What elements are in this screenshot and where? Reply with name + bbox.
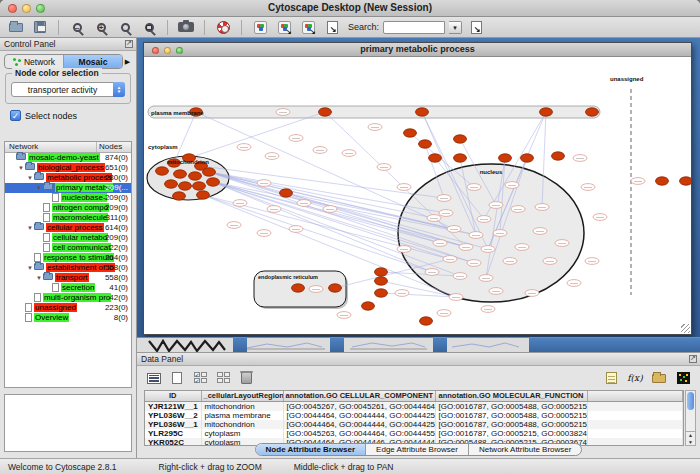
gene-node-outline: [535, 204, 549, 211]
tree-row[interactable]: multi-organism pro42(0): [5, 293, 131, 303]
copy-edge-attributes-button[interactable]: [298, 19, 318, 36]
tree-row[interactable]: nucleobase-209(0): [5, 193, 131, 203]
table-row[interactable]: YLR295Ccytoplasm[GO:0045263, GO:0044464,…: [145, 429, 683, 438]
zoom-in-button[interactable]: +: [91, 19, 111, 36]
gene-node-outline: [337, 312, 351, 319]
float-panel-icon[interactable]: [125, 40, 133, 48]
select-nodes-checkbox[interactable]: ✓: [10, 110, 21, 121]
tab-mosaic[interactable]: Mosaic: [64, 55, 122, 68]
search-input[interactable]: [383, 21, 445, 34]
tree-row[interactable]: ▼transport558(0): [5, 273, 131, 283]
gene-node: [416, 108, 429, 116]
new-attribute-button[interactable]: [168, 370, 186, 387]
help-button[interactable]: [213, 19, 233, 36]
tab-network[interactable]: Network: [5, 55, 64, 68]
tree-row[interactable]: unassigned223(0): [5, 303, 131, 313]
more-tabs-button[interactable]: ▶: [123, 54, 132, 69]
tree-row-label: primary metabo: [55, 183, 113, 192]
camera-icon: [178, 22, 194, 32]
table-row[interactable]: YJR121W__1mitochondrion[GO:0045267, GO:0…: [145, 401, 683, 411]
tree-row[interactable]: ▼biological_process651(0): [5, 163, 131, 173]
nucleus-region: [398, 164, 584, 302]
gene-node: [404, 129, 417, 137]
search-options-button[interactable]: [466, 19, 486, 36]
column-header[interactable]: _cellularLayoutRegion: [201, 391, 283, 401]
unselect-attributes-icon: [217, 372, 230, 384]
delete-attribute-button[interactable]: [237, 370, 255, 387]
attribute-table[interactable]: ID_cellularLayoutRegionannotation.GO CEL…: [144, 390, 684, 446]
table-row[interactable]: YPL036W__2plasma membrane[GO:0044464, GO…: [145, 411, 683, 420]
birds-eye-view[interactable]: [4, 394, 132, 452]
tree-row[interactable]: nitrogen compo209(0): [5, 203, 131, 213]
gene-node-outline: [368, 124, 382, 131]
open-file-button[interactable]: [6, 19, 26, 36]
zoom-selected-button[interactable]: [139, 19, 159, 36]
network-window-titlebar[interactable]: primary metabolic process: [144, 43, 691, 57]
notepad-icon: [606, 372, 617, 384]
save-session-button[interactable]: [30, 19, 50, 36]
gene-node-outline: [377, 164, 391, 171]
float-panel-icon[interactable]: [689, 355, 697, 363]
network-graph[interactable]: plasma membranecytoplasmmitochondrionnuc…: [144, 57, 691, 334]
tree-row[interactable]: secretion41(0): [5, 283, 131, 293]
search-options-icon: [471, 21, 482, 34]
column-header[interactable]: ID: [145, 391, 201, 401]
notepad-button[interactable]: [602, 370, 620, 387]
gene-node: [656, 177, 669, 185]
gene-node-outline: [469, 232, 483, 239]
zoom-out-button[interactable]: –: [67, 19, 87, 36]
background-windows-strip: [137, 337, 700, 352]
main-titlebar[interactable]: Cytoscape Desktop (New Session): [0, 0, 700, 17]
folder-icon: [34, 173, 44, 180]
node-color-dropdown[interactable]: transporter activity ▲▼: [11, 82, 125, 97]
tab-edge-attribute-browser[interactable]: Edge Attribute Browser: [366, 444, 469, 455]
tree-row[interactable]: cellular metabo209(0): [5, 233, 131, 243]
zoom-fit-button[interactable]: [115, 19, 135, 36]
resize-grip[interactable]: [681, 324, 690, 333]
attribute-table-button[interactable]: [145, 370, 163, 387]
unselect-attributes-button[interactable]: [214, 370, 232, 387]
search-dropdown-button[interactable]: ▾: [449, 21, 462, 34]
tree-row[interactable]: ▼cellular process614(0): [5, 223, 131, 233]
gene-node-outline: [257, 230, 271, 237]
table-scrollbar[interactable]: ▲▼: [685, 390, 696, 446]
gene-node: [429, 154, 442, 162]
table-cell: plasma membrane: [201, 411, 283, 420]
column-header[interactable]: [587, 391, 683, 401]
table-cell: [GO:0016787, GO:0005488, GO:0005215, G..…: [435, 401, 587, 411]
function-builder-button[interactable]: f(x): [626, 370, 644, 387]
tree-row[interactable]: response to stimulu264(0): [5, 253, 131, 263]
attribute-matrix-button[interactable]: [674, 370, 692, 387]
gene-node-outline: [543, 258, 557, 265]
network-canvas[interactable]: plasma membranecytoplasmmitochondrionnuc…: [144, 57, 691, 334]
tree-header-network[interactable]: Network: [5, 142, 97, 152]
network-view-window[interactable]: primary metabolic process plasma membran…: [143, 42, 692, 335]
column-header[interactable]: annotation.GO CELLULAR_COMPONENT: [283, 391, 435, 401]
import-attributes-button[interactable]: [650, 370, 668, 387]
dropdown-stepper-icon: ▲▼: [113, 82, 125, 97]
tree-row[interactable]: ▼establishment of lo558(0): [5, 263, 131, 273]
gene-node-outline: [433, 240, 447, 247]
snapshot-button[interactable]: [176, 19, 196, 36]
tab-network-attribute-browser[interactable]: Network Attribute Browser: [469, 444, 581, 455]
scrollbar-thumb[interactable]: [687, 392, 694, 410]
create-network-button[interactable]: [250, 19, 270, 36]
tree-row[interactable]: cell communicat22(0): [5, 243, 131, 253]
table-cell: YPL036W__2: [145, 411, 201, 420]
column-header[interactable]: annotation.GO MOLECULAR_FUNCTION: [435, 391, 587, 401]
table-cell: [GO:0016787, GO:0005215, GO:0003824, G..…: [435, 429, 587, 438]
tree-row[interactable]: mosaic-demo-yeast874(0): [5, 153, 131, 163]
table-cell: [GO:0016787, GO:0005488, GO:0005215, G..…: [435, 420, 587, 429]
table-row[interactable]: YPL036W__1mitochondrion[GO:0044464, GO:0…: [145, 420, 683, 429]
tree-row[interactable]: Overview8(0): [5, 313, 131, 323]
tab-node-attribute-browser[interactable]: Node Attribute Browser: [256, 444, 367, 455]
tree-row[interactable]: macromolecule311(0): [5, 213, 131, 223]
tree-row[interactable]: ▼primary metabo209(...: [5, 183, 131, 193]
status-zoom-hint: Right-click + drag to ZOOM: [159, 462, 262, 472]
tree-header-nodes[interactable]: Nodes: [97, 142, 131, 152]
tree-row[interactable]: ▼metabolic process280(0): [5, 173, 131, 183]
select-attributes-button[interactable]: ✓✓: [191, 370, 209, 387]
import-annotation-button[interactable]: [322, 19, 342, 36]
copy-node-attributes-button[interactable]: [274, 19, 294, 36]
document-icon: [43, 243, 50, 252]
